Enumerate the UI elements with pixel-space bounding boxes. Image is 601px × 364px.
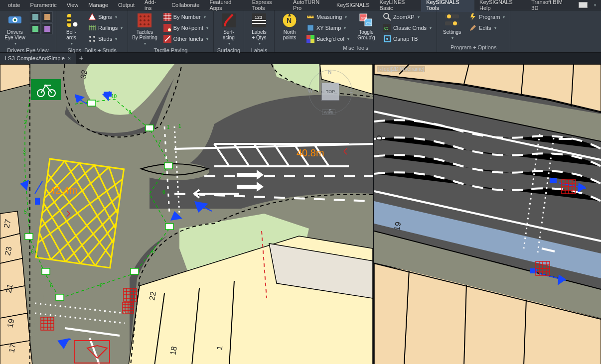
mini-btn[interactable] xyxy=(30,11,41,22)
railings-button[interactable]: Railings▾ xyxy=(86,22,125,33)
svg-text:7: 7 xyxy=(158,139,161,145)
workspace: TOP N S E W WCS xyxy=(0,64,601,364)
svg-rect-39 xyxy=(310,35,314,39)
otherfuncts-button[interactable]: Other functs▾ xyxy=(161,33,210,44)
svg-text:6: 6 xyxy=(162,189,165,195)
svg-text:1: 1 xyxy=(167,124,170,130)
osnaptb-button[interactable]: Osnap TB xyxy=(381,33,434,44)
funct-icon xyxy=(163,35,171,43)
labels-button[interactable]: 123 Labels + Qtys ▾ xyxy=(247,11,271,47)
menu-transoft[interactable]: Transoft BIM 3D xyxy=(526,0,573,12)
svg-point-19 xyxy=(148,15,150,17)
svg-rect-101 xyxy=(42,268,50,274)
view-cube[interactable]: TOP N S E W WCS xyxy=(308,69,353,114)
chevron-down-icon: ▾ xyxy=(451,36,453,40)
bynopoint-button[interactable]: By No+point▾ xyxy=(161,22,210,33)
svg-rect-96 xyxy=(146,125,153,131)
menu-annotate[interactable]: otate xyxy=(3,1,25,9)
tactile-icon xyxy=(137,12,152,28)
svg-text:18: 18 xyxy=(168,346,178,356)
svg-text:6: 6 xyxy=(100,283,103,288)
svg-text:6: 6 xyxy=(152,249,155,254)
close-icon[interactable]: × xyxy=(68,55,71,61)
togglegroup-button[interactable]: sigl2m Toggle Group'g xyxy=(354,11,378,41)
studs-button[interactable]: Studs▾ xyxy=(86,33,125,44)
cad-canvas-right[interactable]: 19 D xyxy=(374,64,601,364)
pencil-icon xyxy=(469,24,477,32)
tactiles-button[interactable]: Tactiles By Pointing ▾ xyxy=(131,11,158,47)
svg-point-25 xyxy=(148,23,150,25)
grid-icon xyxy=(163,13,171,21)
mini-btn[interactable] xyxy=(30,23,41,34)
cmd-icon: c: xyxy=(383,24,391,32)
svg-point-50 xyxy=(386,38,388,40)
menu-keysignals[interactable]: KeySIGNALS xyxy=(331,1,375,9)
zoomxp-button[interactable]: ZoomXP▾ xyxy=(381,11,434,22)
menu-search-combo[interactable]: ▾ xyxy=(573,2,601,8)
backgdcol-button[interactable]: Backg'd col▾ xyxy=(304,33,351,44)
stamp-icon xyxy=(306,24,314,32)
menu-parametric[interactable]: Parametric xyxy=(25,1,61,9)
svg-rect-102 xyxy=(25,234,33,240)
panel-tactile: Tactiles By Pointing ▾ By Number▾ By No+… xyxy=(128,10,214,52)
svg-text:23: 23 xyxy=(3,246,13,256)
classiccmds-button[interactable]: c: Classic Cmds▾ xyxy=(381,22,434,33)
chevron-down-icon: ▾ xyxy=(13,41,16,46)
edits-button[interactable]: Edits▾ xyxy=(467,22,507,33)
svg-point-28 xyxy=(168,28,171,31)
svg-rect-4 xyxy=(44,14,50,20)
menu-collaborate[interactable]: Collaborate xyxy=(166,1,204,9)
menu-output[interactable]: Output xyxy=(113,1,140,9)
ruler-icon xyxy=(306,13,314,21)
svg-rect-6 xyxy=(44,26,50,32)
svg-text:123: 123 xyxy=(255,15,262,20)
snap-icon xyxy=(383,35,391,43)
mini-btn[interactable] xyxy=(42,23,53,34)
north-icon: N xyxy=(282,12,298,28)
drivers-eye-button[interactable]: Drivers Eye View ▾ xyxy=(3,11,27,47)
svg-point-53 xyxy=(447,14,451,18)
xystamp-button[interactable]: XY Stamp▾ xyxy=(304,22,351,33)
zoom-icon xyxy=(383,13,391,21)
surfacing-icon xyxy=(221,12,237,28)
bollard-icon xyxy=(63,12,79,28)
svg-rect-38 xyxy=(306,35,310,39)
svg-text:21: 21 xyxy=(4,283,14,294)
svg-text:5: 5 xyxy=(24,209,27,215)
add-tab-button[interactable]: ＋ xyxy=(76,53,87,64)
svg-point-12 xyxy=(89,36,91,38)
view-state-label[interactable]: [-Top][2D Wireframe] xyxy=(377,66,425,72)
svg-point-14 xyxy=(89,40,91,42)
panel-program-options: Settings ▾ Program▾ Edits▾ Program + Opt… xyxy=(437,10,510,52)
railing-icon xyxy=(88,24,96,32)
signs-button[interactable]: Signs▾ xyxy=(86,11,125,22)
settings-button[interactable]: Settings ▾ xyxy=(440,11,464,41)
svg-text:N: N xyxy=(287,16,292,24)
document-tab[interactable]: LS3-ComplexAndSimple × xyxy=(0,53,76,64)
svg-point-20 xyxy=(140,19,142,21)
viewport-right[interactable]: [-Top][2D Wireframe] xyxy=(374,64,601,364)
nopoint-icon xyxy=(163,24,171,32)
menu-manage[interactable]: Manage xyxy=(83,1,113,9)
svg-point-23 xyxy=(140,23,142,25)
measuring-button[interactable]: Measuring▾ xyxy=(304,11,351,22)
bollards-button[interactable]: Boll- ards ▾ xyxy=(59,11,83,47)
svg-text:40.8m: 40.8m xyxy=(297,147,324,158)
panel-misc-tools: N North points Measuring▾ XY Stamp▾ Back… xyxy=(275,10,437,52)
drivers-eye-mini xyxy=(30,11,53,34)
svg-rect-9 xyxy=(67,21,71,23)
svg-rect-8 xyxy=(67,17,71,19)
labels-icon: 123 xyxy=(251,12,267,28)
palette-icon xyxy=(306,35,314,43)
northpoints-button[interactable]: N North points xyxy=(278,11,301,41)
viewport-left[interactable]: TOP N S E W WCS xyxy=(0,64,374,364)
svg-text:6: 6 xyxy=(31,249,34,254)
mini-btn[interactable] xyxy=(42,11,53,22)
svg-rect-40 xyxy=(306,39,310,43)
menu-view[interactable]: View xyxy=(62,1,84,9)
gear-icon xyxy=(444,12,460,28)
surfacing-button[interactable]: Surf- acing ▾ xyxy=(217,11,241,47)
svg-point-17 xyxy=(140,15,142,17)
bynumber-button[interactable]: By Number▾ xyxy=(161,11,210,22)
program-button[interactable]: Program▾ xyxy=(467,11,507,22)
